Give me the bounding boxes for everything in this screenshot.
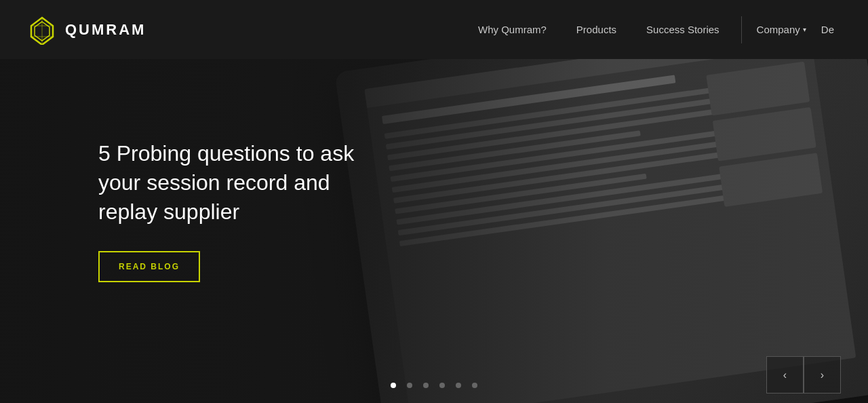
nav-link-why-qumram[interactable]: Why Qumram? (463, 24, 561, 35)
chevron-down-icon: ▾ (803, 26, 806, 33)
logo-icon (27, 15, 57, 45)
nav-links: Why Qumram? Products Success Stories Com… (463, 16, 841, 43)
slider-arrows: ‹ › (766, 356, 841, 394)
read-blog-button[interactable]: READ BLOG (98, 251, 200, 282)
nav-link-success-stories[interactable]: Success Stories (631, 24, 734, 35)
slider-dot-2[interactable] (407, 383, 412, 388)
nav-divider (741, 16, 742, 43)
nav-link-products[interactable]: Products (561, 24, 631, 35)
hero-section: 5 Probing questions to ask your session … (0, 0, 868, 403)
hero-content: 5 Probing questions to ask your session … (0, 59, 407, 403)
logo-link[interactable]: QUMRAM (27, 15, 146, 45)
slider-dot-3[interactable] (423, 383, 429, 388)
slider-prev-button[interactable]: ‹ (766, 356, 804, 394)
slider-dots (391, 383, 477, 388)
logo-text: QUMRAM (65, 21, 146, 39)
slider-next-button[interactable]: › (804, 356, 841, 394)
slider-dot-6[interactable] (472, 383, 477, 388)
slider-dot-4[interactable] (439, 383, 445, 388)
hero-title: 5 Probing questions to ask your session … (98, 139, 390, 227)
nav-company-label: Company (757, 24, 800, 35)
nav-company-dropdown[interactable]: Company ▾ (749, 24, 814, 35)
slider-dot-1[interactable] (391, 383, 396, 388)
slider-dot-5[interactable] (456, 383, 461, 388)
nav-language-toggle[interactable]: De (814, 24, 841, 35)
navbar: QUMRAM Why Qumram? Products Success Stor… (0, 0, 868, 59)
